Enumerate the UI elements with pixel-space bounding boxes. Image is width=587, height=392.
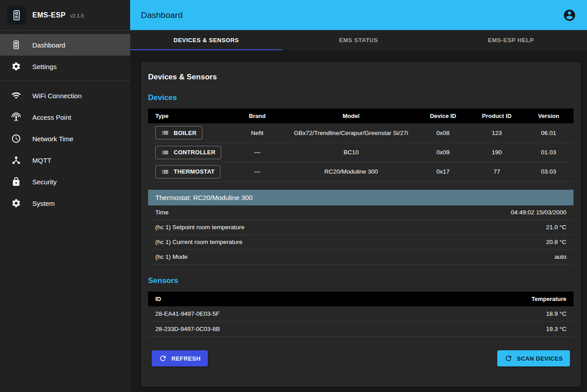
sidebar-menu: Dashboard Settings WiFi Connection Acces — [0, 30, 130, 218]
cell-product-id: 77 — [470, 162, 524, 181]
tab-ems-status[interactable]: EMS STATUS — [282, 30, 434, 50]
devices-table: Type Brand Model Device ID Product ID Ve… — [148, 109, 574, 182]
app-logo — [7, 6, 26, 25]
tab-devices-sensors[interactable]: DEVICES & SENSORS — [130, 30, 282, 50]
cell-model: GBx72/Trendline/Cerapur/Greenstar Si/27i — [286, 123, 416, 143]
cell-model: BC10 — [286, 143, 416, 162]
sidebar-item-security[interactable]: Security — [0, 171, 130, 192]
boiler-device-button[interactable]: BOILER — [155, 126, 202, 139]
thermostat-device-button[interactable]: THERMOSTAT — [155, 165, 220, 179]
sensor-row: 28-EA41-9497-0E03-5F 18.9 °C — [148, 306, 574, 322]
cell-sensor-id: 28-EA41-9497-0E03-5F — [148, 306, 410, 322]
sidebar-item-label: System — [32, 200, 55, 207]
appbar: Dashboard — [130, 0, 587, 30]
devices-table-header-row: Type Brand Model Device ID Product ID Ve… — [148, 109, 574, 123]
device-type-label: CONTROLLER — [174, 149, 215, 156]
account-circle-icon — [563, 9, 576, 22]
sensors-section-title: Sensors — [148, 276, 574, 285]
cell-product-id: 123 — [470, 123, 524, 143]
detail-label: (hc 1) Setpoint room temperature — [155, 224, 245, 231]
column-header-type: Type — [148, 109, 228, 123]
refresh-button[interactable]: REFRESH — [152, 350, 208, 366]
ems-device-icon — [11, 39, 22, 50]
device-row-controller: CONTROLLER — BC10 0x09 190 01.03 — [148, 143, 574, 162]
detail-label: (hc 1) Mode — [155, 253, 188, 260]
app-title-group: EMS-ESP v2.1.0 — [32, 11, 84, 19]
sidebar-item-dashboard[interactable]: Dashboard — [0, 34, 130, 56]
account-button[interactable] — [563, 9, 576, 22]
hub-icon — [11, 155, 22, 166]
column-header-id: ID — [148, 292, 410, 306]
device-type-label: THERMOSTAT — [174, 168, 215, 175]
main-area: Dashboard DEVICES & SENSORS EMS STATUS E… — [130, 0, 587, 392]
scan-devices-button-label: SCAN DEVICES — [517, 355, 563, 362]
cell-brand: — — [228, 143, 286, 162]
detail-value: auto — [555, 253, 566, 260]
column-header-device-id: Device ID — [416, 109, 470, 123]
sidebar-item-label: Settings — [32, 63, 57, 70]
tab-bar: DEVICES & SENSORS EMS STATUS EMS-ESP HEL… — [130, 30, 587, 50]
sidebar-header: EMS-ESP v2.1.0 — [0, 0, 130, 30]
sidebar-item-network-time[interactable]: Network Time — [0, 128, 130, 149]
scan-devices-button[interactable]: SCAN DEVICES — [497, 350, 570, 366]
sidebar-item-wifi-connection[interactable]: WiFi Connection — [0, 85, 130, 106]
detail-value: 20.8 °C — [546, 239, 566, 245]
cell-brand: Nefit — [228, 123, 286, 143]
sidebar-section-divider — [0, 81, 130, 81]
sidebar: EMS-ESP v2.1.0 Dashboard Settings — [0, 0, 130, 392]
cell-type: THERMOSTAT — [148, 162, 228, 181]
devices-sensors-card: Devices & Sensors Devices Type Brand Mod… — [141, 62, 581, 387]
cell-device-id: 0x17 — [416, 162, 470, 181]
sidebar-item-access-point[interactable]: Access Point — [0, 106, 130, 128]
sidebar-item-label: Network Time — [32, 135, 74, 143]
device-detail-list: Time 04:49:02 15/03/2000 (hc 1) Setpoint… — [148, 205, 574, 265]
sidebar-item-settings[interactable]: Settings — [0, 56, 130, 77]
list-icon — [161, 148, 169, 157]
detail-value: 21.0 °C — [546, 224, 566, 231]
cell-version: 03.03 — [524, 162, 574, 181]
sidebar-item-label: Dashboard — [32, 41, 65, 49]
lock-icon — [11, 176, 22, 187]
cell-device-id: 0x09 — [416, 143, 470, 162]
sensor-row: 28-233D-9497-0C03-8B 19.3 °C — [148, 322, 574, 337]
sidebar-item-system[interactable]: System — [0, 192, 130, 214]
device-row-thermostat: THERMOSTAT — RC20/Moduline 300 0x17 77 0… — [148, 162, 574, 181]
app-name: EMS-ESP — [32, 11, 66, 19]
sidebar-item-mqtt[interactable]: MQTT — [0, 149, 130, 171]
wifi-icon — [11, 90, 22, 101]
tab-ems-esp-help[interactable]: EMS-ESP HELP — [435, 30, 587, 50]
column-header-brand: Brand — [228, 109, 286, 123]
gear-icon — [11, 198, 22, 209]
cell-sensor-id: 28-233D-9497-0C03-8B — [148, 322, 410, 337]
refresh-button-label: REFRESH — [171, 355, 201, 362]
sensors-table-header-row: ID Temperature — [148, 292, 574, 306]
detail-row: (hc 1) Current room temperature 20.8 °C — [148, 235, 574, 250]
column-header-product-id: Product ID — [470, 109, 524, 123]
detail-row: Time 04:49:02 15/03/2000 — [148, 205, 574, 220]
ems-esp-app: EMS-ESP v2.1.0 Dashboard Settings — [0, 0, 587, 392]
list-icon — [161, 168, 169, 176]
ems-device-icon — [11, 9, 22, 21]
list-icon — [161, 129, 169, 137]
cell-version: 06.01 — [524, 123, 574, 143]
antenna-icon — [11, 112, 22, 122]
device-row-boiler: BOILER Nefit GBx72/Trendline/Cerapur/Gre… — [148, 123, 574, 143]
refresh-icon — [504, 354, 513, 362]
cell-sensor-temperature: 19.3 °C — [410, 322, 574, 337]
cell-type: CONTROLLER — [148, 143, 228, 162]
device-type-label: BOILER — [174, 130, 197, 136]
detail-row: (hc 1) Setpoint room temperature 21.0 °C — [148, 220, 574, 235]
column-header-temperature: Temperature — [410, 292, 574, 306]
page-title: Dashboard — [141, 10, 183, 20]
content-area: Devices & Sensors Devices Type Brand Mod… — [130, 50, 587, 392]
card-actions: REFRESH SCAN DEVICES — [148, 350, 574, 366]
refresh-icon — [159, 354, 167, 362]
cell-version: 01.03 — [524, 143, 574, 162]
sensors-table: ID Temperature 28-EA41-9497-0E03-5F 18.9… — [148, 292, 574, 337]
controller-device-button[interactable]: CONTROLLER — [155, 146, 221, 159]
sidebar-item-label: Access Point — [32, 113, 71, 121]
sidebar-item-label: Security — [32, 178, 57, 186]
cell-device-id: 0x08 — [416, 123, 470, 143]
column-header-version: Version — [524, 109, 574, 123]
detail-row: (hc 1) Mode auto — [148, 250, 574, 265]
